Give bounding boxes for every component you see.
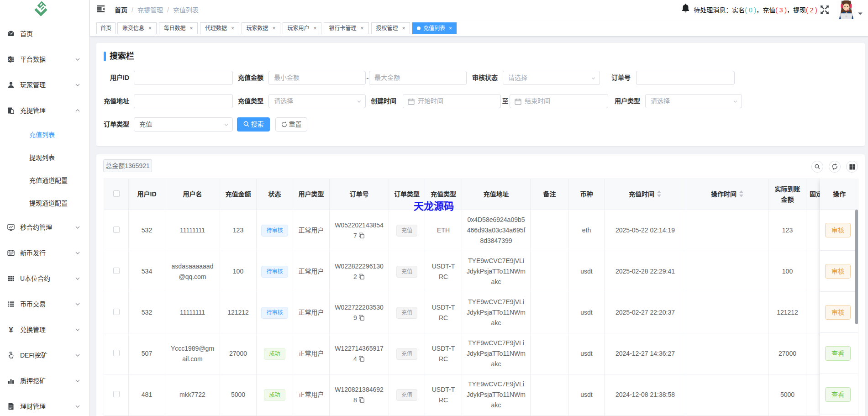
- svg-text:¥: ¥: [9, 326, 13, 334]
- svg-text:X: X: [8, 58, 11, 62]
